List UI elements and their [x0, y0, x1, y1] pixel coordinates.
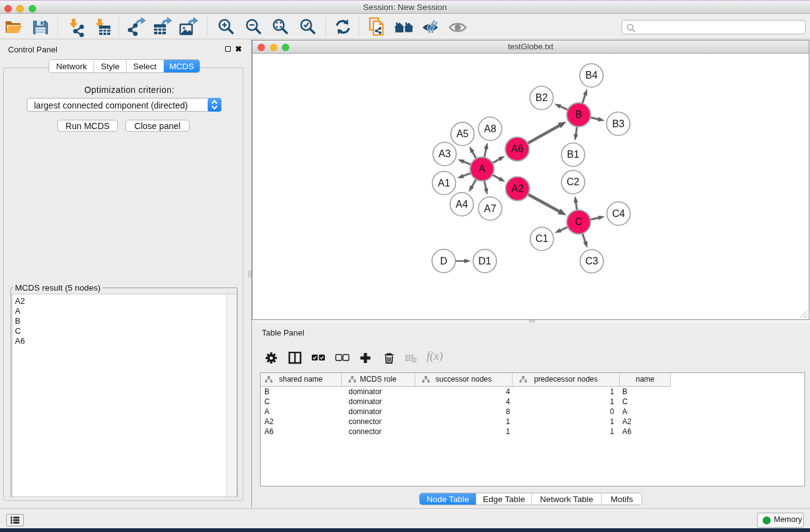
svg-text:A5: A5: [456, 128, 469, 139]
svg-text:A2: A2: [511, 183, 524, 194]
svg-text:A6: A6: [511, 143, 524, 154]
svg-text:C4: C4: [612, 208, 625, 219]
svg-text:A7: A7: [484, 203, 496, 214]
svg-text:C3: C3: [586, 256, 599, 266]
svg-text:B2: B2: [536, 92, 548, 103]
svg-text:C2: C2: [567, 177, 580, 187]
svg-text:A: A: [479, 163, 486, 174]
svg-text:D: D: [440, 256, 448, 266]
svg-text:A1: A1: [438, 178, 450, 188]
svg-text:C: C: [575, 216, 582, 227]
svg-text:A8: A8: [484, 123, 496, 134]
svg-text:B: B: [576, 109, 582, 120]
svg-text:C1: C1: [536, 233, 549, 244]
svg-text:A3: A3: [438, 148, 451, 159]
svg-text:B4: B4: [586, 70, 598, 80]
svg-text:D1: D1: [478, 256, 491, 266]
svg-text:B3: B3: [612, 118, 625, 129]
svg-text:B1: B1: [567, 149, 579, 160]
svg-text:A4: A4: [456, 199, 468, 210]
